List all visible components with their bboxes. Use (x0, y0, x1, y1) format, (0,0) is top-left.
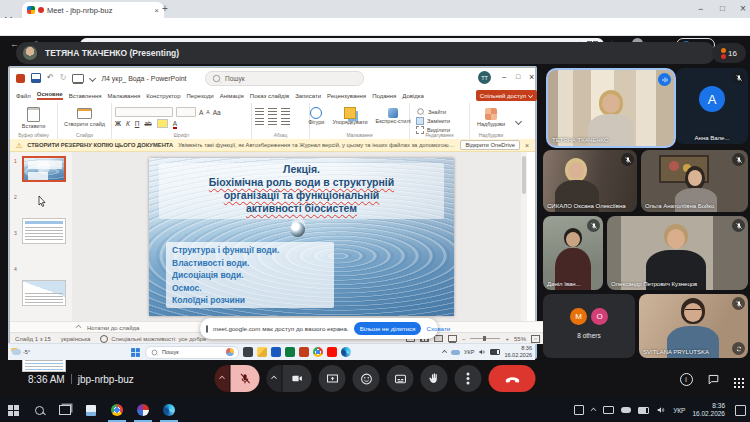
new-slide-icon[interactable] (77, 108, 92, 119)
edge-taskbar-icon[interactable] (341, 347, 351, 357)
file-explorer-icon[interactable] (257, 347, 267, 357)
taskbar-clock[interactable]: 8:36 16.02.2026 (692, 402, 725, 419)
meeting-details-button[interactable]: i (680, 373, 693, 386)
zoom-out-icon[interactable]: − (462, 336, 466, 342)
highlight-icon[interactable] (157, 119, 168, 128)
shared-clock[interactable]: 8:36 16.02.2026 (504, 345, 532, 358)
font-color-icon[interactable]: А (173, 120, 177, 127)
zoom-level[interactable]: 55% (514, 336, 526, 342)
find-button[interactable]: Знайти (416, 107, 466, 116)
reactions-button[interactable] (353, 365, 380, 392)
slideshow-icon[interactable] (72, 74, 84, 83)
excel-icon[interactable] (285, 347, 295, 357)
arrange-button[interactable]: Упорядкувати (332, 107, 367, 125)
tab-view[interactable]: Подання (372, 93, 396, 99)
tab-home[interactable]: Основне (37, 91, 63, 100)
addins-label[interactable]: Надбудови (473, 121, 509, 127)
task-view-button[interactable] (52, 398, 78, 422)
tab-close-icon[interactable]: × (154, 6, 159, 15)
tile-oleksandr[interactable]: Олександр Петрович Кузнецов (607, 216, 748, 290)
notes-label[interactable]: Нотатки до слайда (87, 325, 139, 331)
start-button[interactable] (0, 398, 26, 422)
save-icon[interactable] (31, 73, 41, 83)
present-button[interactable] (319, 365, 346, 392)
ppt-restore-icon[interactable]: □ (516, 73, 520, 80)
tab-transitions[interactable]: Переходи (186, 93, 213, 99)
tile-olha[interactable]: Ольга Анатоліївна Бойко (641, 150, 748, 212)
hide-dialog-link[interactable]: Сховати (426, 325, 450, 332)
tile-tetyana[interactable]: ТЕТЯНА ТКАЧЕНКО (546, 68, 676, 148)
shared-tray-chevron-icon[interactable] (442, 350, 447, 355)
language-indicator[interactable]: УКР (673, 407, 685, 414)
captions-button[interactable] (387, 365, 414, 392)
bold-icon[interactable]: Ж (115, 120, 121, 127)
slide-scrollbar[interactable] (521, 152, 527, 321)
fit-slide-icon[interactable] (531, 335, 540, 343)
tab-draw[interactable]: Малювання (108, 93, 141, 99)
hidden-icons-chevron[interactable] (591, 407, 597, 413)
shared-language[interactable]: УКР (464, 349, 474, 355)
tile-sykalo[interactable]: СИКАЛО Оксана Олексіївна (543, 150, 637, 212)
shared-battery-icon[interactable] (490, 349, 500, 355)
taskbar-search-button[interactable] (26, 398, 52, 422)
camera-options-chevron[interactable] (267, 365, 282, 392)
new-tab-button[interactable]: + (162, 3, 168, 14)
flip-camera-icon[interactable] (732, 342, 745, 355)
tab-record[interactable]: Записати (295, 93, 321, 99)
browser-tab[interactable]: Meet - jbp-nrbp-buz × (22, 2, 164, 18)
zoom-in-icon[interactable]: + (505, 336, 509, 342)
align-right-icon[interactable] (281, 118, 290, 125)
shared-start-button[interactable] (131, 348, 140, 357)
stop-sharing-button[interactable]: Більше не ділитися (354, 322, 422, 335)
redo-icon[interactable]: ↻ (60, 74, 67, 82)
tile-others[interactable]: M O 8 others (543, 294, 635, 358)
acrobat-icon[interactable] (327, 347, 337, 357)
camera-button[interactable] (283, 365, 312, 392)
undo-icon[interactable]: ↶ (47, 74, 54, 82)
participants-chip[interactable]: 16 (712, 43, 746, 63)
paste-label[interactable]: Вставити (13, 123, 54, 129)
paste-icon[interactable] (27, 107, 40, 122)
pen-workspace-icon[interactable] (574, 405, 584, 415)
align-center-icon[interactable] (268, 118, 277, 125)
chat-panel-icon[interactable] (707, 373, 720, 386)
bullets-icon[interactable] (255, 108, 264, 115)
zoom-slider[interactable] (470, 338, 500, 339)
tab-slideshow[interactable]: Показ слайдів (250, 93, 289, 99)
ppt-search-box[interactable]: Пошук (205, 71, 364, 86)
notes-collapse-icon[interactable] (76, 325, 82, 331)
accessibility-status[interactable]: Спеціальні можливості: усе добре (100, 335, 206, 343)
word-icon[interactable] (271, 347, 281, 357)
tile-svitlana[interactable]: SVITLANA PRYLUTSKA (639, 294, 748, 358)
align-left-icon[interactable] (255, 118, 264, 125)
tab-review[interactable]: Рецензування (327, 93, 366, 99)
raise-hand-button[interactable] (421, 365, 448, 392)
mic-options-chevron[interactable] (215, 365, 230, 392)
mic-mute-button[interactable] (231, 365, 260, 392)
tab-help[interactable]: Довідка (402, 93, 424, 99)
ppt-close-icon[interactable]: × (529, 72, 534, 82)
font-name-box[interactable] (115, 107, 173, 117)
slide-thumbnail-3[interactable] (22, 280, 66, 306)
taskbar-chrome-icon[interactable] (104, 398, 130, 422)
ppt-taskbar-icon[interactable] (299, 347, 309, 357)
onedrive-icon[interactable] (621, 407, 631, 413)
italic-icon[interactable]: К (126, 120, 130, 127)
slideshow-view-icon[interactable] (448, 335, 457, 342)
strikethrough-icon[interactable]: ab (144, 120, 151, 127)
reading-view-icon[interactable] (434, 335, 443, 342)
shared-search-box[interactable]: Пошук (145, 346, 239, 359)
ppt-minimize-icon[interactable]: − (502, 73, 507, 82)
underline-icon[interactable]: П (135, 120, 140, 127)
slide[interactable]: Лекція. Біохімічна роль води в структурн… (149, 158, 454, 316)
share-button[interactable]: Спільний доступ (476, 90, 537, 101)
taskbar-app2-icon[interactable] (130, 398, 156, 422)
shrink-font-icon[interactable]: А (206, 109, 209, 115)
end-call-button[interactable] (489, 365, 536, 392)
shared-weather-widget[interactable]: -5° (8, 349, 30, 355)
window-maximize-button[interactable]: □ (720, 4, 725, 13)
volume-icon[interactable] (656, 405, 666, 415)
indent-icon[interactable] (281, 108, 290, 115)
change-case-icon[interactable]: Аа (213, 109, 221, 116)
tab-animations[interactable]: Анімація (220, 93, 244, 99)
